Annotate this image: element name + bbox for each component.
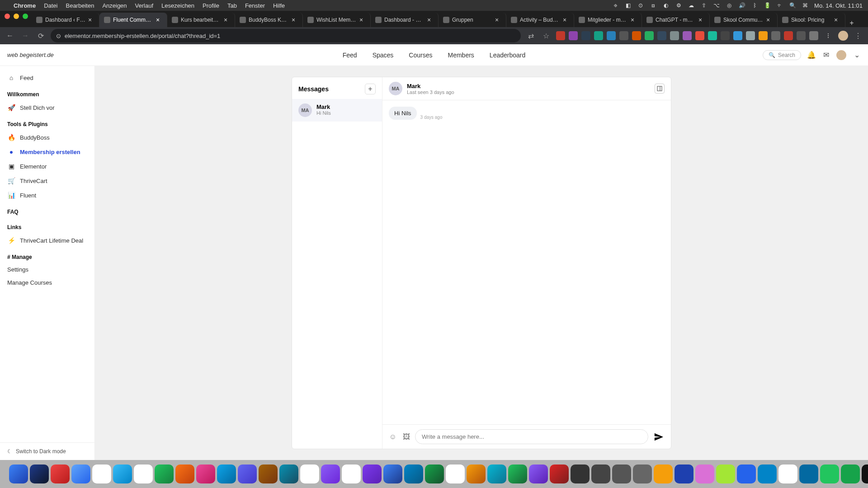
- extension-icon[interactable]: [733, 31, 742, 40]
- status-icon[interactable]: ⌥: [713, 2, 720, 9]
- notifications-icon[interactable]: 🔔: [807, 51, 816, 59]
- status-icon[interactable]: ◧: [624, 2, 632, 9]
- dock-app-icon[interactable]: [321, 465, 340, 483]
- nav-members[interactable]: Members: [447, 45, 475, 65]
- extension-icon[interactable]: [759, 31, 768, 40]
- menu-bearbeiten[interactable]: Bearbeiten: [66, 2, 94, 9]
- nav-courses[interactable]: Courses: [408, 45, 433, 65]
- dock-app-icon[interactable]: [778, 465, 797, 483]
- send-button[interactable]: [652, 430, 665, 444]
- nav-feed[interactable]: Feed: [342, 45, 358, 65]
- close-icon[interactable]: ×: [563, 17, 569, 23]
- dock-app-icon[interactable]: [92, 465, 111, 483]
- close-icon[interactable]: ×: [698, 17, 705, 23]
- dock-app-icon[interactable]: [30, 465, 49, 483]
- status-icon[interactable]: ⚙: [675, 2, 682, 9]
- dock-app-icon[interactable]: [404, 465, 423, 483]
- close-icon[interactable]: ×: [88, 17, 94, 23]
- dock-app-icon[interactable]: [487, 465, 506, 483]
- close-icon[interactable]: ×: [224, 17, 230, 23]
- dock-app-icon[interactable]: [175, 465, 194, 483]
- browser-tab[interactable]: Skool: Pricing×: [778, 13, 845, 27]
- browser-tab[interactable]: WishList Member | S×: [303, 13, 371, 27]
- window-close-button[interactable]: [5, 14, 10, 19]
- status-icon[interactable]: ◎: [726, 2, 733, 9]
- dock-app-icon[interactable]: [113, 465, 132, 483]
- panel-toggle-button[interactable]: [655, 84, 665, 94]
- dock-app-icon[interactable]: [279, 465, 298, 483]
- dock-app-icon[interactable]: [529, 465, 548, 483]
- sidebar-item-fluent[interactable]: 📊 Fluent: [0, 188, 94, 202]
- dock-app-icon[interactable]: [654, 465, 673, 483]
- sidebar-item-buddyboss[interactable]: 🔥 BuddyBoss: [0, 130, 94, 145]
- extension-icon[interactable]: [784, 31, 793, 40]
- address-bar[interactable]: ⊙ elementor.membership-erstellen.de/port…: [51, 29, 521, 42]
- extension-icon[interactable]: [569, 31, 578, 40]
- reload-button[interactable]: ⟳: [35, 30, 46, 41]
- window-maximize-button[interactable]: [23, 14, 28, 19]
- dock-app-icon[interactable]: [550, 465, 569, 483]
- extension-icon[interactable]: [746, 31, 755, 40]
- dock-app-icon[interactable]: [758, 465, 777, 483]
- control-center-icon[interactable]: ⌘: [802, 2, 809, 9]
- sidebar-item-intro[interactable]: 🚀 Stell Dich vor: [0, 100, 94, 115]
- browser-tab[interactable]: Dashboard - members×: [371, 13, 439, 27]
- new-tab-button[interactable]: +: [845, 19, 858, 27]
- extension-icon[interactable]: [797, 31, 806, 40]
- forward-button[interactable]: →: [20, 30, 31, 41]
- extension-icon[interactable]: [670, 31, 679, 40]
- dock-app-icon[interactable]: [675, 465, 693, 483]
- browser-tab[interactable]: Gruppen×: [439, 13, 506, 27]
- status-icon[interactable]: ◐: [662, 2, 670, 9]
- dock-app-icon[interactable]: [695, 465, 714, 483]
- menu-fenster[interactable]: Fenster: [245, 2, 265, 9]
- site-logo[interactable]: web begeistert.de: [7, 52, 54, 58]
- new-message-button[interactable]: +: [365, 84, 376, 94]
- image-button[interactable]: 🖼: [401, 432, 411, 442]
- clock[interactable]: Mo. 14. Okt. 11:01: [814, 2, 863, 9]
- translate-icon[interactable]: ⇄: [525, 30, 536, 41]
- dock-app-icon[interactable]: [51, 465, 70, 483]
- close-icon[interactable]: ×: [766, 17, 773, 23]
- extensions-menu-icon[interactable]: ⫶: [823, 30, 834, 41]
- menu-hilfe[interactable]: Hilfe: [273, 2, 285, 9]
- menu-profile[interactable]: Profile: [203, 2, 219, 9]
- extension-icon[interactable]: [721, 31, 730, 40]
- status-icon[interactable]: ⊙: [637, 2, 644, 9]
- extension-icon[interactable]: [607, 31, 616, 40]
- browser-tab[interactable]: Mitglieder - members×: [574, 13, 642, 27]
- dock-app-icon[interactable]: [71, 465, 90, 483]
- menu-anzeigen[interactable]: Anzeigen: [102, 2, 127, 9]
- nav-leaderboard[interactable]: Leaderboard: [489, 45, 526, 65]
- close-icon[interactable]: ×: [427, 17, 434, 23]
- window-minimize-button[interactable]: [14, 14, 19, 19]
- dock-app-icon[interactable]: [383, 465, 402, 483]
- close-icon[interactable]: ×: [292, 17, 298, 23]
- dock-app-icon[interactable]: [591, 465, 610, 483]
- dock-app-icon[interactable]: [737, 465, 756, 483]
- dock-app-icon[interactable]: [155, 465, 174, 483]
- thread-item[interactable]: MA Mark Hi Nils: [292, 99, 382, 122]
- extension-icon[interactable]: [581, 31, 590, 40]
- dock-app-icon[interactable]: [238, 465, 257, 483]
- dock-app-icon[interactable]: [508, 465, 527, 483]
- status-icon[interactable]: ☁: [688, 2, 695, 9]
- dock-app-icon[interactable]: [196, 465, 215, 483]
- browser-tab[interactable]: BuddyBoss Kompone×: [235, 13, 303, 27]
- extension-icon[interactable]: [556, 31, 565, 40]
- sidebar-item-thrivecart[interactable]: 🛒 ThriveCart: [0, 174, 94, 188]
- extension-icon[interactable]: [683, 31, 692, 40]
- sidebar-item-settings[interactable]: Settings: [0, 263, 94, 276]
- dark-mode-toggle[interactable]: ☾ Switch to Dark mode: [0, 442, 94, 460]
- dock-app-icon[interactable]: [9, 465, 28, 483]
- chevron-down-icon[interactable]: ⌄: [853, 51, 861, 59]
- browser-tab-active[interactable]: Fluent Community×: [99, 13, 167, 27]
- close-icon[interactable]: ×: [156, 17, 162, 23]
- messages-icon[interactable]: ✉: [822, 51, 830, 59]
- browser-tab[interactable]: Skool Community×: [710, 13, 778, 27]
- dock-app-icon[interactable]: [571, 465, 590, 483]
- nav-spaces[interactable]: Spaces: [372, 45, 395, 65]
- profile-avatar[interactable]: [838, 31, 848, 41]
- app-name[interactable]: Chrome: [14, 2, 36, 9]
- sidebar-item-elementor[interactable]: ▣ Elementor: [0, 159, 94, 174]
